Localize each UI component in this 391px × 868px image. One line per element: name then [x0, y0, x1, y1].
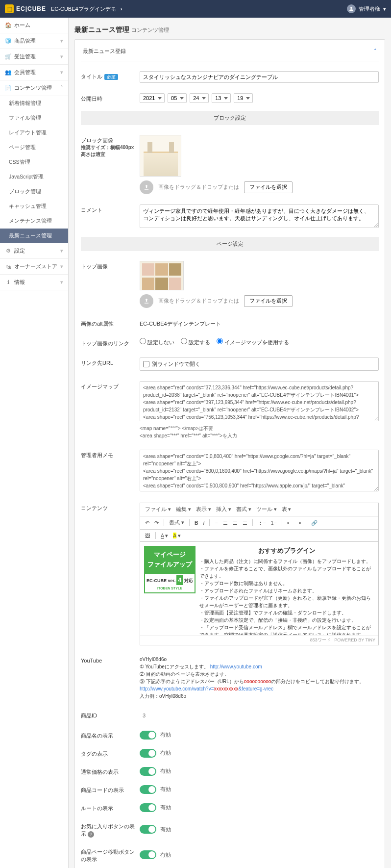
sidebar-item[interactable]: ⚙設定▾	[0, 243, 68, 259]
adminmemo-textarea[interactable]	[140, 450, 379, 491]
outdent-icon[interactable]: ⇤	[285, 519, 293, 527]
indent-icon[interactable]: ⇥	[294, 519, 303, 527]
file-select-button[interactable]: ファイルを選択	[244, 295, 293, 307]
page-section-header: ページ設定	[81, 237, 379, 251]
hour-select[interactable]: 13	[212, 93, 231, 103]
bold-icon[interactable]: B	[193, 519, 200, 527]
toggle-switch[interactable]	[140, 850, 156, 859]
chevron-icon: ▾	[60, 263, 63, 270]
file-select-button[interactable]: ファイルを選択	[244, 181, 293, 193]
required-badge: 必須	[104, 74, 118, 80]
bg-color-icon[interactable]: A ▾	[171, 532, 182, 539]
newwindow-checkbox[interactable]	[143, 361, 149, 367]
editor-content-area[interactable]: マイページファイルアップ EC-CUBE ver.4 対応ITOBEN STYL…	[140, 542, 378, 635]
user-menu[interactable]: 管理者様 ▾	[347, 4, 386, 13]
top-bar: ⬚ EC|CUBE EC-CUBE4プラグインデモ › 管理者様 ▾	[0, 0, 391, 18]
menu-icon: 📄	[5, 85, 11, 91]
sidebar-sub-latest-news[interactable]: 最新ニュース管理	[0, 229, 68, 243]
toggle-switch[interactable]	[140, 767, 156, 776]
link-icon[interactable]: 🔗	[309, 519, 319, 527]
sidebar-item[interactable]: 📄コンテンツ管理˄	[0, 80, 68, 96]
radio-imagemap[interactable]: イメージマップを使用する	[217, 339, 289, 345]
upload-icon	[140, 180, 153, 194]
minute-select[interactable]: 19	[234, 93, 253, 103]
menu-icon: 🛍	[5, 264, 11, 270]
number-list-icon[interactable]: 1≡	[269, 519, 279, 527]
align-center-icon[interactable]: ☰	[221, 519, 230, 527]
sidebar-sub-item[interactable]: メンテナンス管理	[0, 214, 68, 229]
toggle-switch[interactable]	[140, 803, 156, 812]
editor-menu-item[interactable]: 挿入 ▾	[214, 505, 233, 514]
toggle-switch[interactable]	[140, 825, 156, 834]
radio-set[interactable]: 設定する	[181, 339, 210, 345]
editor-menu-item[interactable]: ツール ▾	[254, 505, 279, 514]
newwindow-label: 別ウィンドウで開く	[152, 360, 200, 368]
text-color-icon[interactable]: A ▾	[159, 532, 170, 539]
sidebar-sub-item[interactable]: ファイル管理	[0, 111, 68, 126]
undo-icon[interactable]: ↶	[143, 519, 151, 527]
chevron-icon: ▾	[60, 248, 63, 254]
title-input[interactable]	[140, 71, 379, 83]
pubdate-label: 公開日時	[81, 93, 140, 103]
sidebar-item[interactable]: 🛒受注管理▾	[0, 49, 68, 65]
logo[interactable]: ⬚ EC|CUBE	[5, 4, 46, 13]
editor-wordcount: 853ワード	[310, 638, 331, 642]
sidebar-item[interactable]: 👥会員管理▾	[0, 65, 68, 80]
italic-icon[interactable]: I	[201, 519, 207, 527]
switch-label: 商品名の表示	[81, 730, 140, 740]
editor-menu-item[interactable]: 表示 ▾	[194, 505, 213, 514]
align-left-icon[interactable]: ≡	[213, 519, 220, 527]
align-right-icon[interactable]: ☰	[231, 519, 240, 527]
sidebar-sub-item[interactable]: キャッシュ管理	[0, 199, 68, 214]
imagemap-textarea[interactable]	[140, 381, 379, 421]
sidebar-item[interactable]: ℹ情報▾	[0, 275, 68, 290]
youtube-example-b: xxxxxxxxxx	[214, 686, 238, 691]
sidebar-sub-item[interactable]: ブロック管理	[0, 184, 68, 199]
image-icon[interactable]: 🖼	[143, 532, 152, 539]
year-select[interactable]: 2021	[140, 93, 165, 103]
switch-state-text: 有効	[160, 767, 171, 775]
sidebar-item-home[interactable]: 🏠ホーム	[0, 18, 68, 33]
editor-menu-item[interactable]: 表 ▾	[280, 505, 293, 514]
sidebar-sub-item[interactable]: JavaScript管理	[0, 170, 68, 184]
sidebar-sub-item[interactable]: 新着情報管理	[0, 96, 68, 111]
editor-menu-item[interactable]: 書式 ▾	[234, 505, 253, 514]
sidebar-item[interactable]: 🛍オーナーズストア▾	[0, 259, 68, 275]
switch-label: 通常価格の表示	[81, 766, 140, 776]
switch-label: タグの表示	[81, 748, 140, 758]
toggle-switch[interactable]	[140, 731, 156, 740]
youtube-example-c: &feature=g-vrec	[238, 686, 273, 691]
sidebar-sub-item[interactable]: ページ管理	[0, 140, 68, 155]
toggle-switch[interactable]	[140, 749, 156, 758]
editor-menu-item[interactable]: 編集 ▾	[174, 505, 193, 514]
collapse-icon[interactable]: ˄	[374, 48, 377, 54]
breadcrumb-site[interactable]: EC-CUBE4プラグインデモ	[51, 6, 116, 12]
redo-icon[interactable]: ↷	[152, 519, 161, 527]
format-select[interactable]: 書式 ▾	[167, 518, 186, 527]
radio-off[interactable]: 設定しない	[140, 339, 174, 345]
sidebar-sub-item[interactable]: CSS管理	[0, 155, 68, 170]
chevron-icon: ˄	[60, 85, 63, 91]
editor-menu-item[interactable]: ファイル ▾	[143, 505, 173, 514]
bullet-list-icon[interactable]: ⋮≡	[256, 519, 268, 527]
help-icon[interactable]: ?	[88, 831, 94, 838]
toggle-switch[interactable]	[140, 785, 156, 794]
imagemap-label: イメージマップ	[81, 381, 140, 439]
chevron-icon: ▾	[60, 279, 63, 285]
youtube-link[interactable]: http://www.youtube.com	[210, 664, 262, 669]
menu-icon: 👥	[5, 69, 11, 76]
sidebar-item[interactable]: 🧊商品管理▾	[0, 33, 68, 49]
month-select[interactable]: 05	[168, 93, 187, 103]
sidebar-sub-item[interactable]: レイアウト管理	[0, 126, 68, 140]
topimagelink-label: トップ画像のリンク	[81, 338, 140, 347]
home-icon: 🏠	[5, 22, 11, 28]
sidebar: 🏠ホーム 🧊商品管理▾🛒受注管理▾👥会員管理▾📄コンテンツ管理˄ 新着情報管理フ…	[0, 18, 69, 868]
align-justify-icon[interactable]: ☰	[241, 519, 249, 527]
linkurl-label: リンク先URL	[81, 357, 140, 371]
productid-input[interactable]	[140, 710, 208, 721]
alt-value: EC-CUBE4デザインテンプレート	[140, 318, 379, 328]
editor-promo-image: マイページファイルアップ EC-CUBE ver.4 対応ITOBEN STYL…	[144, 546, 196, 631]
imap-help2: <area shape="***" href="***" alt="***">を…	[140, 432, 379, 439]
comment-textarea[interactable]	[140, 204, 379, 228]
day-select[interactable]: 24	[190, 93, 209, 103]
